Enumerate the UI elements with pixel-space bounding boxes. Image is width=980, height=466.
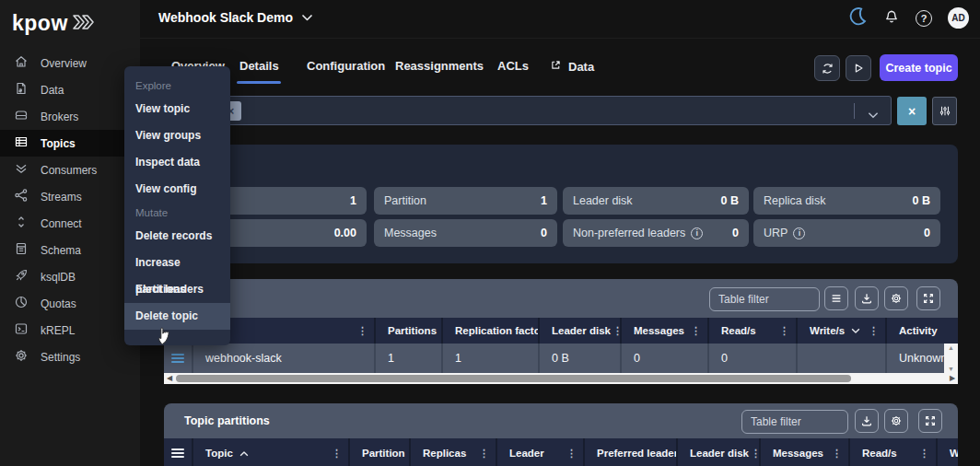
stat-card-messages: Messages 0	[374, 219, 557, 247]
info-icon[interactable]: i	[691, 227, 703, 239]
sidebar-item-label: Overview	[41, 57, 87, 70]
active-tab-underline	[237, 81, 281, 84]
menu-item-view-topic[interactable]: View topic	[124, 96, 230, 122]
topic-context-menu: Explore View topic View groups Inspect d…	[124, 66, 230, 345]
table-settings-gear-button[interactable]	[884, 409, 908, 433]
sidebar-item-label: Settings	[41, 351, 80, 364]
sidebar-item-label: Connect	[41, 217, 82, 230]
topic-name-cell: webhook-slack	[205, 352, 282, 365]
clear-filter-button[interactable]: ×	[897, 97, 927, 125]
tab-acls[interactable]: ACLs	[497, 59, 529, 73]
topics-table-row-webhook-slack[interactable]: webhook-slack 1 1 0 B 0 0 Unknown	[164, 344, 944, 373]
filter-options-button[interactable]	[932, 97, 957, 125]
kebab-icon[interactable]: ⋮	[867, 325, 881, 337]
sidebar-item-brokers[interactable]: Brokers	[0, 103, 140, 130]
tab-configuration[interactable]: Configuration	[307, 59, 385, 73]
kebab-icon[interactable]: ⋮	[477, 448, 491, 460]
external-link-icon	[550, 59, 562, 74]
sidebar-item-label: Brokers	[41, 111, 78, 123]
notifications-bell-icon[interactable]	[883, 8, 900, 29]
chevron-down-icon[interactable]	[868, 107, 879, 123]
refresh-button[interactable]	[814, 55, 840, 81]
create-topic-button[interactable]: Create topic	[880, 54, 958, 81]
menu-item-increase-partitions[interactable]: Increase partitions	[124, 250, 230, 276]
scroll-down-icon[interactable]: ▼	[948, 366, 954, 372]
table-settings-gear-button[interactable]	[884, 286, 908, 310]
kebab-icon[interactable]: ⋮	[330, 448, 344, 460]
kebab-icon[interactable]: ⋮	[689, 325, 703, 337]
sidebar-item-krepl[interactable]: kREPL	[0, 317, 140, 344]
environment-selector[interactable]: Webhook Slack Demo	[158, 10, 313, 25]
sidebar-item-streams[interactable]: Streams	[0, 183, 140, 210]
topics-table-header: ⋮ Partitions⋮ Replication factor⋮ Leader…	[164, 318, 958, 344]
logo[interactable]: kpow	[12, 11, 96, 36]
tab-reassignments[interactable]: Reassignments	[395, 59, 484, 73]
horizontal-scrollbar[interactable]: ◀ ▶	[164, 373, 958, 384]
vertical-scrollbar[interactable]: ▲▼	[944, 344, 958, 373]
menu-item-inspect-data[interactable]: Inspect data	[124, 149, 230, 176]
sidebar-item-overview[interactable]: Overview	[0, 50, 140, 76]
sidebar-item-label: Consumers	[41, 164, 97, 177]
pie-chart-icon	[14, 295, 29, 312]
help-icon[interactable]: ?	[916, 10, 932, 27]
kebab-icon[interactable]: ⋮	[917, 448, 931, 460]
sidebar-item-label: Schema	[41, 244, 81, 257]
avatar[interactable]: AD	[948, 7, 969, 29]
sort-asc-icon[interactable]	[239, 450, 249, 457]
table-filter-input[interactable]	[709, 287, 820, 311]
divider	[854, 103, 855, 119]
kebab-icon[interactable]: ⋮	[356, 325, 369, 337]
sidebar-nav: Overview Data Brokers Topics Consumers S…	[0, 50, 140, 370]
info-icon[interactable]: i	[793, 227, 805, 239]
scroll-up-icon[interactable]: ▲	[948, 344, 954, 351]
row-menu-icon[interactable]	[171, 449, 184, 458]
sidebar-item-settings[interactable]: Settings	[0, 344, 140, 370]
topic-partitions-panel: Topic partitions Topic⋮ Partition⋮ Repli…	[164, 403, 958, 466]
scroll-left-icon[interactable]: ◀	[164, 373, 175, 384]
sidebar-item-schema[interactable]: Schema	[0, 237, 140, 263]
menu-item-delete-records[interactable]: Delete records	[124, 223, 230, 250]
menu-item-view-config[interactable]: View config	[124, 176, 230, 203]
sidebar-item-data[interactable]: Data	[0, 76, 140, 103]
scroll-right-icon[interactable]: ▶	[947, 373, 958, 384]
topic-filter-select[interactable]: ck ×	[162, 96, 892, 125]
download-button[interactable]	[855, 286, 879, 310]
document-icon	[14, 81, 29, 99]
play-button[interactable]	[846, 55, 871, 81]
scrollbar-thumb[interactable]	[176, 375, 851, 382]
kebab-icon[interactable]: ⋮	[777, 325, 791, 337]
double-chevron-down-icon	[14, 161, 29, 179]
stat-card-non-preferred-leaders: Non-preferred leadersi 0	[563, 219, 749, 247]
kebab-icon[interactable]: ⋮	[611, 325, 620, 337]
menu-item-view-groups[interactable]: View groups	[124, 122, 230, 149]
topbar: Webhook Slack Demo ? AD	[140, 0, 980, 39]
column-menu-button[interactable]	[824, 286, 848, 310]
tab-details[interactable]: Details	[239, 59, 279, 73]
sidebar-item-label: kREPL	[41, 324, 75, 337]
kebab-icon[interactable]: ⋮	[749, 448, 759, 460]
dark-mode-moon-icon[interactable]	[848, 6, 868, 29]
terminal-icon	[14, 321, 29, 339]
row-menu-icon[interactable]	[171, 354, 184, 363]
table-filter-input[interactable]	[741, 410, 848, 434]
expand-fullscreen-button[interactable]	[916, 286, 940, 310]
menu-section-explore: Explore	[124, 76, 230, 96]
menu-section-mutate: Mutate	[124, 203, 230, 223]
download-button[interactable]	[855, 409, 879, 433]
sidebar-item-ksqldb[interactable]: ksqlDB	[0, 263, 140, 290]
sidebar-item-topics[interactable]: Topics	[0, 130, 140, 157]
expand-fullscreen-button[interactable]	[918, 409, 942, 433]
kebab-icon[interactable]: ⋮	[565, 448, 578, 460]
menu-item-delete-topic[interactable]: Delete topic	[124, 303, 230, 330]
sidebar-item-connect[interactable]: Connect	[0, 210, 140, 237]
sidebar-item-consumers[interactable]: Consumers	[0, 157, 140, 183]
home-icon	[14, 54, 29, 72]
environment-title: Webhook Slack Demo	[158, 10, 293, 25]
menu-item-elect-leaders[interactable]: Elect leaders	[124, 276, 230, 303]
sort-desc-icon[interactable]	[851, 328, 860, 334]
kebab-icon[interactable]: ⋮	[830, 448, 844, 460]
sidebar-item-quotas[interactable]: Quotas	[0, 290, 140, 317]
tab-data[interactable]: Data	[550, 59, 594, 74]
stat-card-partition: Partition 1	[374, 187, 557, 215]
topics-table-toolbar	[164, 279, 958, 318]
